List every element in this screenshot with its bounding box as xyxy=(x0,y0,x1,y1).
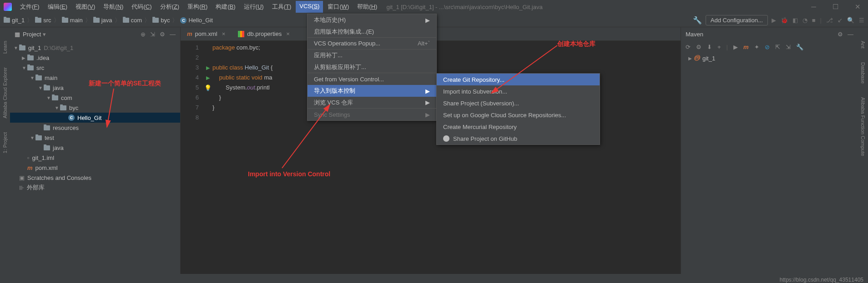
add-configuration-button[interactable]: Add Configuration... xyxy=(706,15,768,25)
run-icon[interactable]: ▶ xyxy=(772,17,776,24)
vcs-sub-5[interactable]: Share Project on GitHub xyxy=(437,133,600,144)
tree-node-git-1[interactable]: ▼git_1D:\Git\git_1 xyxy=(10,43,180,53)
vcs-dropdown[interactable]: 本地历史(H)▶启用版本控制集成...(E)VCS Operations Pop… xyxy=(307,14,437,121)
rail-alibaba-fc[interactable]: Alibaba Function Compute xyxy=(860,97,866,156)
tab-pom-xml[interactable]: mpom.xml× xyxy=(181,27,232,40)
tree-node-resources[interactable]: resources xyxy=(10,123,180,133)
expand-icon[interactable]: ⇲ xyxy=(150,31,155,38)
project-panel-header: ▦ Project ▾ ⊕ ⇲ ⚙ — xyxy=(10,27,180,41)
menu-w[interactable]: 窗口(W) xyxy=(324,1,353,13)
vcs-item-7[interactable]: 浏览 VCS 仓库▶ xyxy=(308,97,436,109)
vcs-item-6[interactable]: 导入到版本控制▶Create Git Repository...Import i… xyxy=(308,85,436,97)
watermark-url: https://blog.csdn.net/qq_43511405 xyxy=(780,277,863,283)
tree-node-git-1-iml[interactable]: ▫git_1.iml xyxy=(10,153,180,163)
vcs-sub-2[interactable]: Share Project (Subversion)... xyxy=(437,97,600,109)
menu-r[interactable]: 重构(R) xyxy=(184,1,211,13)
menu-u[interactable]: 运行(U) xyxy=(240,1,267,13)
vcs-sub-3[interactable]: Set up on Google Cloud Source Repositori… xyxy=(437,109,600,121)
menu-t[interactable]: 工具(T) xyxy=(268,1,295,13)
tree-node-java[interactable]: java xyxy=(10,143,180,153)
vcs-sub-0[interactable]: Create Git Repository... xyxy=(437,74,600,85)
maven-add-icon[interactable]: + xyxy=(717,44,721,50)
vcs-item-0[interactable]: 本地历史(H)▶ xyxy=(308,14,436,26)
maven-expand2-icon[interactable]: ⇲ xyxy=(786,44,791,50)
locate-icon[interactable]: ⊕ xyxy=(141,31,146,38)
tree-node-hello-git[interactable]: CHello_Git xyxy=(10,113,180,123)
maven-refresh-icon[interactable]: ⟳ xyxy=(686,44,691,50)
menu-b[interactable]: 构建(B) xyxy=(212,1,239,13)
vcs-import-submenu[interactable]: Create Git Repository...Import into Subv… xyxy=(436,73,600,145)
vcs-item-2[interactable]: VCS Operations Popup...Alt+` xyxy=(308,38,436,50)
hide-icon[interactable]: — xyxy=(170,31,176,38)
tab-close-icon[interactable]: × xyxy=(286,30,290,37)
menu-v[interactable]: 视图(V) xyxy=(72,1,99,13)
left-tool-rail: Learn Alibaba Cloud Explorer 1: Project xyxy=(0,27,10,274)
menu-e[interactable]: 编辑(E) xyxy=(44,1,71,13)
tree-node-main[interactable]: ▼main xyxy=(10,73,180,83)
vcs-item-5[interactable]: Get from Version Control... xyxy=(308,73,436,85)
tree-node-pom-xml[interactable]: mpom.xml xyxy=(10,163,180,173)
profile-icon[interactable]: ◔ xyxy=(802,17,807,24)
crumb-com[interactable]: com xyxy=(123,17,142,24)
menu-h[interactable]: 帮助(H) xyxy=(353,1,381,13)
vcs-sub-1[interactable]: Import into Subversion... xyxy=(437,85,600,97)
debug-icon[interactable]: 🐞 xyxy=(781,17,788,24)
close-button[interactable]: ✕ xyxy=(851,1,864,13)
tree-node-src[interactable]: ▼src xyxy=(10,63,180,73)
vcs-sub-4[interactable]: Create Mercurial Repository xyxy=(437,121,600,133)
menu-f[interactable]: 文件(F) xyxy=(16,1,43,13)
tree-node----[interactable]: ⊪外部库 xyxy=(10,183,180,193)
tree-node-com[interactable]: ▼com xyxy=(10,93,180,103)
maven-run-icon[interactable]: ▶ xyxy=(733,44,738,50)
rail-ant[interactable]: Ant xyxy=(860,41,866,49)
build-icon[interactable]: 🔧 xyxy=(693,16,702,25)
maven-m-icon[interactable]: m xyxy=(743,44,749,50)
crumb-git_1[interactable]: git_1 xyxy=(4,17,25,24)
crumb-byc[interactable]: byc xyxy=(152,17,170,24)
crumb-src[interactable]: src xyxy=(35,17,51,24)
vcs-item-4[interactable]: 从剪贴板应用补丁... xyxy=(308,61,436,73)
rail-learn[interactable]: Learn xyxy=(2,41,8,54)
minimize-button[interactable]: ─ xyxy=(807,1,820,13)
maven-wrench-icon[interactable]: 🔧 xyxy=(796,44,803,50)
menu-z[interactable]: 分析(Z) xyxy=(156,1,183,13)
titlebar: 文件(F)编辑(E)视图(V)导航(N)代码(C)分析(Z)重构(R)构建(B)… xyxy=(0,0,868,14)
maven-project-node[interactable]: ▶ ⓜ git_1 xyxy=(681,53,858,63)
crumb-hello_git[interactable]: CHello_Git xyxy=(180,17,212,24)
app-logo xyxy=(4,3,12,11)
gear-icon[interactable]: ⚙ xyxy=(160,31,165,38)
maximize-button[interactable]: ☐ xyxy=(829,1,842,13)
search-icon[interactable]: 🔍 xyxy=(847,17,854,24)
maven-skip-icon[interactable]: ⊘ xyxy=(765,44,770,50)
tree-node-java[interactable]: ▼java xyxy=(10,83,180,93)
rail-project[interactable]: 1: Project xyxy=(2,132,8,153)
maven-toggle-icon[interactable]: ✦ xyxy=(754,44,759,50)
tree-node-byc[interactable]: ▼byc xyxy=(10,103,180,113)
maven-gear-icon[interactable]: ⚙ xyxy=(838,31,843,38)
maven-download-icon[interactable]: ⬇ xyxy=(707,44,712,50)
menu-c[interactable]: 代码(C) xyxy=(128,1,155,13)
vcs-item-1[interactable]: 启用版本控制集成...(E) xyxy=(308,26,436,38)
maven-hide-icon[interactable]: — xyxy=(848,31,853,38)
tab-db-properties[interactable]: db.properties× xyxy=(232,27,296,40)
project-tree[interactable]: ▼git_1D:\Git\git_1▶.idea▼src▼main▼java▼c… xyxy=(10,41,180,274)
coverage-icon[interactable]: ◧ xyxy=(792,17,798,24)
maven-collapse-icon[interactable]: ⇱ xyxy=(775,44,780,50)
vcs-item-3[interactable]: 应用补丁... xyxy=(308,50,436,61)
stop-icon[interactable]: ■ xyxy=(812,17,816,24)
crumb-main[interactable]: main xyxy=(62,17,83,24)
maven-panel-header: Maven ⚙ — xyxy=(681,27,858,41)
settings-icon[interactable]: ☰ xyxy=(859,17,864,24)
tree-node-scratches-and-consoles[interactable]: ▣Scratches and Consoles xyxy=(10,173,180,183)
git-icon[interactable]: ⎇ xyxy=(826,17,833,24)
crumb-java[interactable]: java xyxy=(93,17,112,24)
menu-n[interactable]: 导航(N) xyxy=(100,1,127,13)
maven-generate-icon[interactable]: ⚙ xyxy=(696,44,701,50)
menu-vcss[interactable]: VCS(S) xyxy=(296,1,323,13)
tree-node--idea[interactable]: ▶.idea xyxy=(10,53,180,63)
rail-alibaba-explorer[interactable]: Alibaba Cloud Explorer xyxy=(2,67,8,119)
tab-close-icon[interactable]: × xyxy=(222,30,226,37)
tree-node-test[interactable]: ▼test xyxy=(10,133,180,143)
rail-database[interactable]: Database xyxy=(860,62,866,84)
update-icon[interactable]: ↙ xyxy=(838,17,843,24)
